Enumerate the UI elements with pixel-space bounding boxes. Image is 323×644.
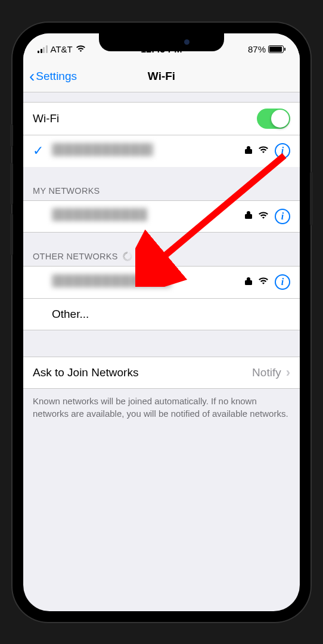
footer-description: Known networks will be joined automatica… [23,389,300,426]
my-network-row[interactable]: i [23,200,300,233]
wifi-toggle-row: Wi-Fi [23,102,300,135]
info-button[interactable]: i [275,209,290,224]
ssid-obscured [52,274,171,287]
wifi-switch[interactable] [257,109,290,129]
section-label: MY NETWORKS [33,186,100,196]
wifi-strength-icon [258,277,269,287]
back-label: Settings [36,70,77,83]
wifi-toggle-label: Wi-Fi [33,112,257,125]
battery-pct: 87% [248,44,266,54]
section-my-networks: MY NETWORKS [23,167,300,200]
wifi-status-icon [76,44,86,54]
info-button[interactable]: i [275,143,290,159]
connected-network-row[interactable]: ✓ i [23,135,300,167]
wifi-strength-icon [258,211,269,222]
spinner-icon [123,252,132,261]
other-network-row[interactable]: i [23,266,300,298]
section-label: OTHER NETWORKS [33,252,118,261]
checkmark-icon: ✓ [33,143,44,159]
lock-icon [245,277,252,288]
ask-to-join-row[interactable]: Ask to Join Networks Notify › [23,357,300,389]
section-other-networks: OTHER NETWORKS [23,233,300,266]
cell-signal-icon [38,45,48,53]
ask-join-label: Ask to Join Networks [33,366,252,379]
ssid-obscured [52,143,153,156]
carrier-label: AT&T [51,44,73,54]
ssid-obscured [52,208,147,221]
lock-icon [245,210,252,222]
chevron-left-icon: ‹ [29,68,35,85]
ask-join-value: Notify [252,366,281,379]
battery-icon [268,45,285,53]
info-button[interactable]: i [275,274,290,290]
wifi-strength-icon [258,145,269,156]
other-manual-row[interactable]: Other... [23,298,300,330]
nav-bar: ‹ Settings Wi-Fi [23,62,300,92]
lock-icon [245,145,252,157]
page-title: Wi-Fi [148,70,175,83]
other-label: Other... [52,308,290,321]
back-button[interactable]: ‹ Settings [29,68,77,85]
chevron-right-icon: › [286,365,290,380]
